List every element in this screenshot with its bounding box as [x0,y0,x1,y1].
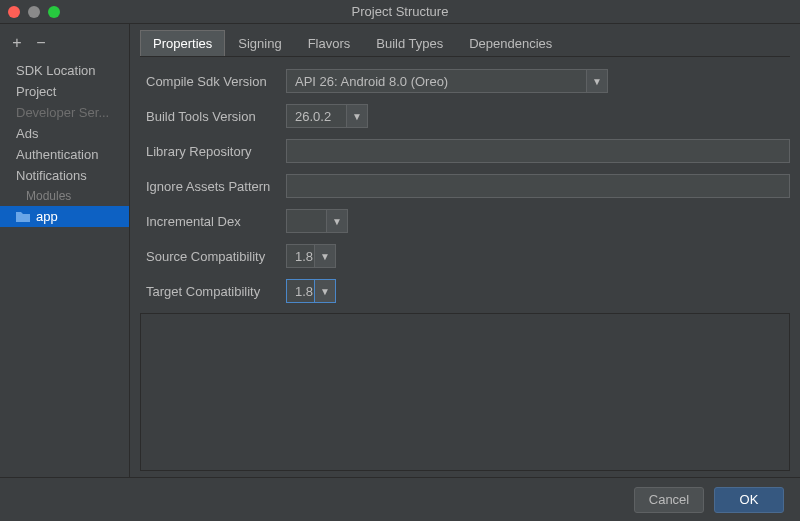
sidebar-item-authentication[interactable]: Authentication [0,144,129,165]
properties-form: Compile Sdk Version API 26: Android 8.0 … [140,69,790,303]
target-compat-dropdown-button[interactable]: ▼ [314,279,336,303]
library-repo-label: Library Repository [146,144,276,159]
ok-button[interactable]: OK [714,487,784,513]
source-compat-dropdown-button[interactable]: ▼ [314,244,336,268]
build-tools-select[interactable]: 26.0.2 ▼ [286,104,368,128]
source-compat-select[interactable]: 1.8 ▼ [286,244,336,268]
incremental-dex-dropdown-button[interactable]: ▼ [326,209,348,233]
tab-build-types[interactable]: Build Types [363,30,456,56]
titlebar: Project Structure [0,0,800,24]
remove-module-button[interactable]: − [32,34,50,52]
sidebar-section-modules: Modules [0,186,129,206]
ignore-assets-label: Ignore Assets Pattern [146,179,276,194]
close-window-button[interactable] [8,6,20,18]
ignore-assets-input[interactable] [286,174,790,198]
source-compat-value: 1.8 [286,244,314,268]
target-compat-select[interactable]: 1.8 ▼ [286,279,336,303]
sidebar-toolbar: + − [0,30,129,60]
maximize-window-button[interactable] [48,6,60,18]
sidebar-item-label: app [36,209,58,224]
window-controls [8,6,60,18]
output-panel [140,313,790,471]
build-tools-label: Build Tools Version [146,109,276,124]
tab-signing[interactable]: Signing [225,30,294,56]
dialog-footer: Cancel OK [0,477,800,521]
chevron-down-icon: ▼ [320,286,330,297]
compile-sdk-label: Compile Sdk Version [146,74,276,89]
build-tools-value: 26.0.2 [286,104,346,128]
target-compat-value: 1.8 [286,279,314,303]
chevron-down-icon: ▼ [592,76,602,87]
sidebar-item-project[interactable]: Project [0,81,129,102]
sidebar-item-sdk-location[interactable]: SDK Location [0,60,129,81]
target-compat-label: Target Compatibility [146,284,276,299]
minimize-window-button[interactable] [28,6,40,18]
tab-dependencies[interactable]: Dependencies [456,30,565,56]
main-panel: Properties Signing Flavors Build Types D… [130,24,800,477]
compile-sdk-select[interactable]: API 26: Android 8.0 (Oreo) ▼ [286,69,608,93]
folder-icon [16,211,30,223]
sidebar-item-developer-services[interactable]: Developer Ser... [0,102,129,123]
source-compat-label: Source Compatibility [146,249,276,264]
sidebar-item-notifications[interactable]: Notifications [0,165,129,186]
incremental-dex-select[interactable]: ▼ [286,209,348,233]
chevron-down-icon: ▼ [320,251,330,262]
add-module-button[interactable]: + [8,34,26,52]
cancel-button[interactable]: Cancel [634,487,704,513]
compile-sdk-value: API 26: Android 8.0 (Oreo) [286,69,586,93]
tab-properties[interactable]: Properties [140,30,225,56]
sidebar-item-ads[interactable]: Ads [0,123,129,144]
chevron-down-icon: ▼ [352,111,362,122]
sidebar: + − SDK Location Project Developer Ser..… [0,24,130,477]
incremental-dex-value [286,209,326,233]
chevron-down-icon: ▼ [332,216,342,227]
window-title: Project Structure [8,4,792,19]
library-repo-input[interactable] [286,139,790,163]
build-tools-dropdown-button[interactable]: ▼ [346,104,368,128]
compile-sdk-dropdown-button[interactable]: ▼ [586,69,608,93]
tab-bar: Properties Signing Flavors Build Types D… [140,30,790,57]
sidebar-item-app[interactable]: app [0,206,129,227]
incremental-dex-label: Incremental Dex [146,214,276,229]
tab-flavors[interactable]: Flavors [295,30,364,56]
